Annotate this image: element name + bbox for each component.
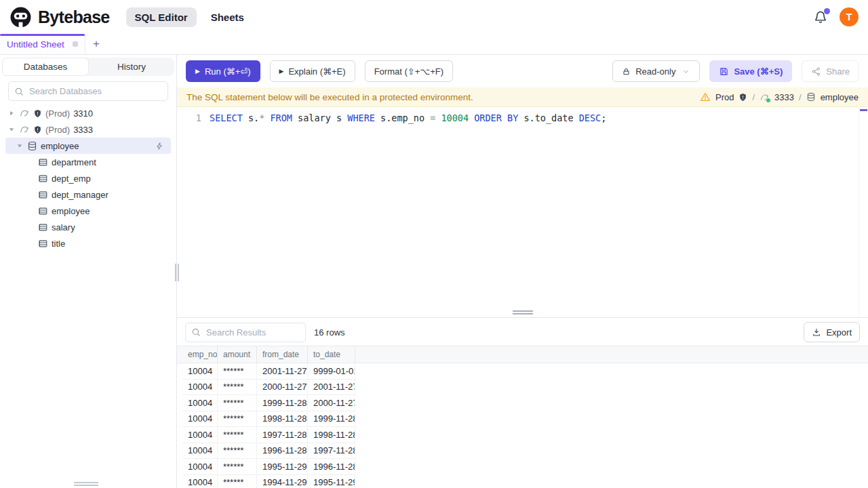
table-row[interactable]: 10004 ****** 2000-11-27 2001-11-27 — [177, 380, 868, 396]
breadcrumb-separator: / — [799, 92, 802, 102]
instance-label: 3333 — [774, 92, 794, 102]
table-name: title — [52, 239, 65, 249]
table-icon — [38, 174, 48, 184]
table-name: employee — [52, 206, 90, 216]
format-button[interactable]: Format (⇧+⌥+F) — [365, 60, 453, 82]
nav-sql-editor[interactable]: SQL Editor — [126, 7, 197, 27]
instance-env-label: (Prod) — [45, 108, 70, 119]
results-toolbar: 16 rows Export — [177, 318, 868, 346]
notification-badge — [824, 8, 830, 14]
status-dot — [766, 98, 771, 103]
caret-right-icon — [7, 110, 16, 117]
results-search[interactable] — [185, 323, 306, 342]
lock-icon — [622, 67, 631, 76]
instance-name: 3310 — [73, 108, 93, 119]
tab-history[interactable]: History — [89, 58, 174, 76]
run-button[interactable]: ▶ Run (⌘+⏎) — [186, 60, 260, 82]
tree-table-item[interactable]: employee — [0, 203, 176, 219]
tree-table-item[interactable]: dept_manager — [0, 186, 176, 203]
explain-button[interactable]: ▶ Explain (⌘+E) — [270, 60, 355, 82]
shield-icon — [738, 93, 747, 102]
search-icon — [191, 327, 201, 337]
sql-code: SELECT s.* FROM salary s WHERE s.emp_no … — [210, 111, 606, 125]
tree-instance-3310[interactable]: (Prod) 3310 — [0, 105, 176, 121]
tree-table-item[interactable]: title — [0, 235, 176, 251]
table-name: department — [52, 157, 96, 167]
tab-databases[interactable]: Databases — [2, 58, 89, 76]
database-icon — [806, 92, 816, 102]
mysql-instance-icon — [19, 124, 30, 135]
column-header[interactable]: to_date — [308, 346, 355, 363]
results-rows: 10004 ****** 2001-11-27 9999-01-01 10004… — [177, 363, 868, 488]
column-header[interactable]: emp_no — [182, 346, 218, 363]
minimap-cursor-mark — [860, 109, 867, 111]
results-resize-handle[interactable] — [513, 310, 533, 314]
play-icon: ▶ — [195, 68, 200, 75]
bytebase-logo-icon — [9, 6, 32, 28]
column-header[interactable]: from_date — [257, 346, 308, 363]
tree-table-item[interactable]: department — [0, 154, 176, 170]
shield-icon — [33, 125, 42, 134]
tree-database-employee[interactable]: employee — [5, 138, 171, 154]
bytebase-logo[interactable]: Bytebase — [9, 6, 110, 28]
user-avatar[interactable]: T — [840, 7, 859, 26]
new-sheet-button[interactable]: + — [85, 34, 107, 54]
sheet-tab-untitled[interactable]: Untitled Sheet — [0, 34, 85, 54]
table-icon — [38, 157, 48, 167]
sidebar-tabs: Databases History — [2, 58, 174, 76]
database-search[interactable] — [8, 81, 168, 101]
mysql-instance-icon — [19, 108, 30, 119]
sql-editor-app: Bytebase SQL Editor Sheets T Untitled Sh… — [0, 0, 868, 488]
export-label: Export — [826, 327, 852, 338]
brand-name: Bytebase — [38, 7, 110, 27]
table-row[interactable]: 10004 ****** 1998-11-28 1999-11-28 — [177, 411, 868, 428]
table-icon — [38, 190, 48, 200]
export-button[interactable]: Export — [804, 322, 860, 342]
tree-table-item[interactable]: salary — [0, 219, 176, 235]
save-label: Save (⌘+S) — [734, 66, 783, 77]
table-row[interactable]: 10004 ****** 1999-11-28 2000-11-27 — [177, 395, 868, 411]
run-label: Run (⌘+⏎) — [205, 66, 251, 77]
table-name: dept_emp — [52, 174, 91, 184]
table-row[interactable]: 10004 ****** 1995-11-29 1996-11-28 — [177, 459, 868, 475]
editor-overview-ruler[interactable] — [859, 107, 868, 317]
row-count: 16 rows — [314, 327, 345, 338]
table-name: salary — [52, 222, 75, 232]
connection-breadcrumb: Prod / 3333 / — [700, 92, 859, 102]
table-row[interactable]: 10004 ****** 1997-11-28 1998-11-28 — [177, 427, 868, 443]
tree-instance-3333[interactable]: (Prod) 3333 — [0, 121, 176, 138]
sidebar-resize-handle[interactable] — [175, 264, 179, 281]
database-label: employee — [821, 92, 859, 102]
shield-icon — [33, 109, 42, 118]
line-number: 1 — [177, 111, 201, 125]
nav-sheets[interactable]: Sheets — [202, 7, 253, 27]
tree-table-item[interactable]: dept_emp — [0, 170, 176, 186]
save-icon — [719, 66, 729, 77]
column-header[interactable]: amount — [218, 346, 257, 363]
environment-label: Prod — [715, 92, 734, 102]
save-button[interactable]: Save (⌘+S) — [709, 60, 792, 82]
table-row[interactable]: 10004 ****** 1994-11-29 1995-11-29 — [177, 475, 868, 488]
top-nav: SQL Editor Sheets — [126, 7, 253, 27]
notifications-button[interactable] — [814, 10, 827, 24]
share-label: Share — [826, 66, 850, 77]
share-icon — [811, 66, 821, 77]
table-row[interactable]: 10004 ****** 1996-11-28 1997-11-28 — [177, 443, 868, 460]
readonly-mode-dropdown[interactable]: Read-only — [612, 60, 700, 82]
table-row[interactable]: 10004 ****** 2001-11-27 9999-01-01 — [177, 363, 868, 380]
database-icon — [27, 141, 37, 151]
editor-toolbar: ▶ Run (⌘+⏎) ▶ Explain (⌘+E) Format (⇧+⌥+… — [177, 55, 868, 87]
database-search-input[interactable] — [28, 85, 162, 97]
readonly-label: Read-only — [635, 66, 675, 77]
share-button[interactable]: Share — [802, 60, 859, 82]
search-icon — [14, 87, 24, 96]
table-icon — [38, 222, 48, 232]
sheet-tabbar: Untitled Sheet + — [0, 34, 868, 55]
play-icon: ▶ — [279, 68, 284, 75]
sql-editor-area[interactable]: 1 SELECT s.* FROM salary s WHERE s.emp_n… — [177, 107, 868, 317]
unsaved-indicator — [73, 41, 78, 47]
sidebar-hscrollbar[interactable] — [74, 482, 98, 486]
lightning-icon[interactable] — [155, 142, 164, 150]
results-search-input[interactable] — [205, 327, 300, 338]
results-panel: 16 rows Export emp_noamountfrom_dateto_d… — [177, 317, 868, 488]
